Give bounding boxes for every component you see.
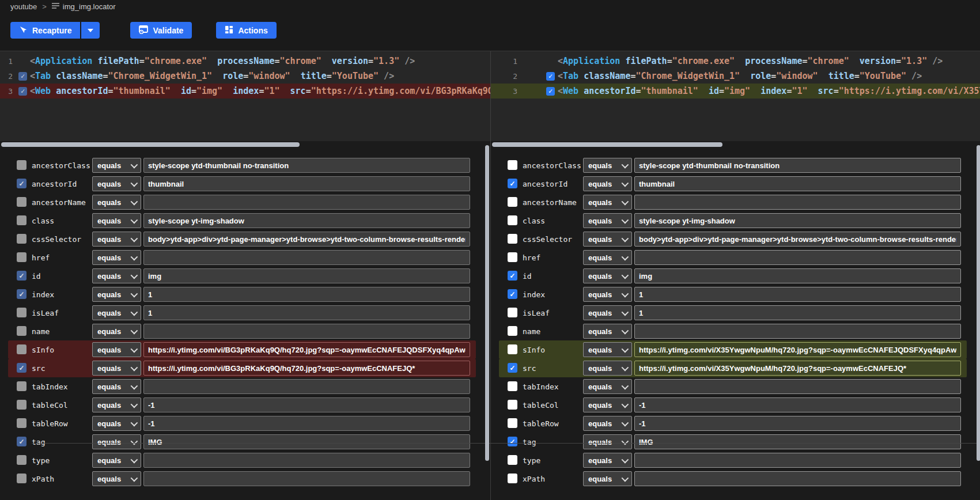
recapture-button[interactable]: Recapture [10,22,80,39]
operator-select-xPath[interactable]: equals [583,471,632,486]
operator-select-xPath[interactable]: equals [92,471,141,486]
attr-checkbox-index[interactable] [17,289,27,299]
attr-checkbox-src[interactable] [508,363,517,373]
operator-select-class[interactable]: equals [583,213,632,228]
operator-select-tabIndex[interactable]: equals [92,379,141,394]
operator-select-ancestorId[interactable]: equals [583,176,632,191]
attr-value-isLeaf[interactable] [143,305,470,320]
attr-value-sInfo[interactable] [143,342,470,357]
attr-value-type[interactable] [143,453,470,468]
line-checkbox[interactable] [546,72,555,81]
attr-value-ancestorClass[interactable] [143,158,470,173]
attr-checkbox-ancestorName[interactable] [508,197,517,207]
attr-checkbox-type[interactable] [17,455,27,465]
attr-value-src[interactable] [143,361,470,376]
operator-select-sInfo[interactable]: equals [583,342,632,357]
attr-value-tabIndex[interactable] [143,379,470,394]
operator-select-cssSelector[interactable]: equals [92,232,141,247]
operator-select-ancestorName[interactable]: equals [92,195,141,210]
operator-select-ancestorClass[interactable]: equals [583,158,632,173]
code-line-3[interactable]: 3<Web ancestorId="thumbnail" id="img" in… [491,84,980,99]
line-checkbox[interactable] [18,87,27,96]
operator-select-tableRow[interactable]: equals [583,416,632,431]
attr-checkbox-ancestorId[interactable] [508,179,517,188]
attr-value-xPath[interactable] [634,471,961,486]
operator-select-cssSelector[interactable]: equals [583,232,632,247]
attr-checkbox-isLeaf[interactable] [508,308,517,317]
validate-button[interactable]: Validate [130,22,192,39]
operator-select-id[interactable]: equals [583,268,632,283]
operator-select-type[interactable]: equals [583,453,632,468]
operator-select-index[interactable]: equals [92,287,141,302]
attr-checkbox-tag[interactable] [508,437,517,446]
attr-value-name[interactable] [143,324,470,339]
attr-checkbox-type[interactable] [508,455,517,465]
attr-value-href[interactable] [143,250,470,265]
attr-value-id[interactable] [143,268,470,283]
attr-checkbox-href[interactable] [17,252,27,262]
attr-checkbox-tabIndex[interactable] [508,381,517,391]
attr-value-tableRow[interactable] [143,416,470,431]
code-line-2[interactable]: 2<Tab className="Chrome_WidgetWin_1" rol… [0,69,490,84]
attr-checkbox-tableRow[interactable] [17,418,27,428]
operator-select-isLeaf[interactable]: equals [583,305,632,320]
operator-select-isLeaf[interactable]: equals [92,305,141,320]
attr-checkbox-ancestorName[interactable] [17,197,27,207]
recapture-dropdown-button[interactable] [81,22,100,39]
code-line-1[interactable]: 1<Application filePath="chrome.exe" proc… [0,54,490,69]
attr-value-id[interactable] [634,268,961,283]
attr-checkbox-tableRow[interactable] [508,418,517,428]
attr-value-tableCol[interactable] [143,397,470,412]
operator-select-type[interactable]: equals [92,453,141,468]
attr-checkbox-cssSelector[interactable] [508,234,517,244]
attr-value-tag[interactable] [634,434,961,449]
attr-value-href[interactable] [634,250,961,265]
operator-select-ancestorName[interactable]: equals [583,195,632,210]
breadcrumb-project[interactable]: youtube [10,2,37,11]
v-scrollbar-thumb[interactable] [485,145,489,461]
code-line-1[interactable]: 1<Application filePath="chrome.exe" proc… [491,54,980,69]
attr-checkbox-xPath[interactable] [17,474,27,483]
attr-value-tableRow[interactable] [634,416,961,431]
operator-select-class[interactable]: equals [92,213,141,228]
operator-select-ancestorId[interactable]: equals [92,176,141,191]
attr-checkbox-name[interactable] [508,326,517,336]
operator-select-tableCol[interactable]: equals [92,397,141,412]
attr-value-index[interactable] [634,287,961,302]
operator-select-sInfo[interactable]: equals [92,342,141,357]
attr-checkbox-isLeaf[interactable] [17,308,27,317]
attr-value-class[interactable] [143,213,470,228]
attr-value-isLeaf[interactable] [634,305,961,320]
attr-checkbox-tableCol[interactable] [508,400,517,410]
attr-checkbox-src[interactable] [17,363,27,373]
attr-value-tag[interactable] [143,434,470,449]
attr-checkbox-xPath[interactable] [508,474,517,483]
line-checkbox[interactable] [546,87,555,96]
attr-value-name[interactable] [634,324,961,339]
h-scrollbar-thumb[interactable] [1,142,300,147]
attr-checkbox-tag[interactable] [17,437,27,446]
attr-value-ancestorName[interactable] [143,195,470,210]
attr-checkbox-id[interactable] [508,271,517,281]
operator-select-tag[interactable]: equals [92,434,141,449]
attr-value-tabIndex[interactable] [634,379,961,394]
operator-select-tabIndex[interactable]: equals [583,379,632,394]
attr-value-cssSelector[interactable] [634,232,961,247]
attr-checkbox-sInfo[interactable] [508,344,517,354]
attr-checkbox-cssSelector[interactable] [17,234,27,244]
attr-value-type[interactable] [634,453,961,468]
operator-select-tableCol[interactable]: equals [583,397,632,412]
operator-select-name[interactable]: equals [92,324,141,339]
h-scrollbar-thumb[interactable] [492,142,722,147]
operator-select-src[interactable]: equals [583,361,632,376]
attr-value-ancestorName[interactable] [634,195,961,210]
code-line-2[interactable]: 2<Tab className="Chrome_WidgetWin_1" rol… [491,69,980,84]
attr-checkbox-sInfo[interactable] [17,344,27,354]
attr-checkbox-name[interactable] [17,326,27,336]
attr-value-tableCol[interactable] [634,397,961,412]
attr-checkbox-tabIndex[interactable] [17,381,27,391]
attr-checkbox-class[interactable] [508,215,517,225]
attr-value-src[interactable] [634,361,961,376]
operator-select-ancestorClass[interactable]: equals [92,158,141,173]
attr-checkbox-ancestorClass[interactable] [17,160,27,170]
